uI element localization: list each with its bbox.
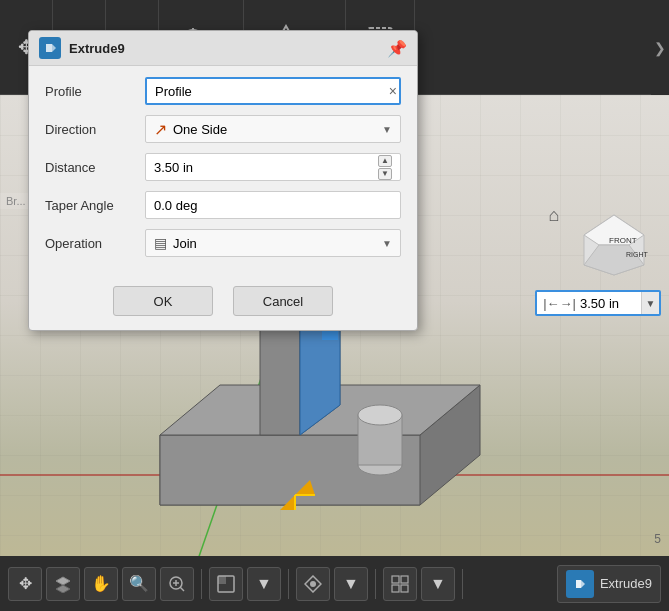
operation-label: Operation	[45, 236, 145, 251]
nav-cube[interactable]: FRONT RIGHT	[574, 205, 654, 285]
toolbar-divider-1	[201, 569, 202, 599]
svg-marker-44	[56, 577, 70, 585]
pan-button[interactable]: ✋	[84, 567, 118, 601]
pin-button[interactable]: 📌	[387, 39, 407, 58]
toolbar-divider-4	[462, 569, 463, 599]
display-button[interactable]: ▼	[247, 567, 281, 601]
direction-label: Direction	[45, 122, 145, 137]
svg-rect-55	[401, 576, 408, 583]
taper-angle-control: 0.0 deg	[145, 191, 401, 219]
cancel-button[interactable]: Cancel	[233, 286, 333, 316]
svg-rect-51	[218, 576, 226, 584]
operation-value: Join	[173, 236, 197, 251]
toolbar-expand-button[interactable]: ❯	[651, 0, 669, 95]
operation-row: Operation ▤ Join ▼	[45, 228, 401, 258]
dialog-header: Extrude9 📌	[29, 31, 417, 66]
breadcrumb: Br...	[0, 193, 32, 209]
toolbar-divider-2	[288, 569, 289, 599]
grid-button[interactable]	[383, 567, 417, 601]
svg-rect-56	[392, 585, 399, 592]
page-number: 5	[654, 532, 661, 546]
object-button[interactable]	[296, 567, 330, 601]
toolbar-divider-3	[375, 569, 376, 599]
layers-button[interactable]	[46, 567, 80, 601]
taper-angle-value-container: 0.0 deg	[145, 191, 401, 219]
dialog-icon	[39, 37, 61, 59]
svg-point-53	[310, 581, 316, 587]
svg-rect-59	[576, 580, 581, 588]
svg-text:RIGHT: RIGHT	[626, 251, 649, 258]
profile-control: ×	[145, 77, 401, 105]
taper-angle-value: 0.0 deg	[154, 198, 197, 213]
direction-row: Direction ↗ One Side ▼	[45, 114, 401, 144]
distance-up-button[interactable]: ▲	[378, 155, 392, 167]
svg-text:FRONT: FRONT	[609, 236, 637, 245]
direction-select[interactable]: ↗ One Side ▼	[145, 115, 401, 143]
viewport-distance-widget[interactable]: |←→| ▼	[535, 290, 661, 316]
snap-button[interactable]: ▼	[334, 567, 368, 601]
extrude-dialog: Extrude9 📌 Profile × Direction ↗ One Sid…	[28, 30, 418, 331]
svg-point-29	[358, 405, 402, 425]
distance-value-container: 3.50 in ▲ ▼	[145, 153, 401, 181]
direction-arrow: ▼	[382, 124, 392, 135]
svg-line-47	[180, 587, 184, 591]
svg-marker-45	[56, 585, 70, 593]
profile-row: Profile ×	[45, 76, 401, 106]
operation-arrow: ▼	[382, 238, 392, 249]
direction-value: One Side	[173, 122, 227, 137]
taper-angle-label: Taper Angle	[45, 198, 145, 213]
distance-down-button[interactable]: ▼	[378, 168, 392, 180]
svg-rect-54	[392, 576, 399, 583]
bottom-toolbar: ✥ ✋ 🔍 ▼ ▼ ▼ Extrude9	[0, 556, 669, 611]
direction-control[interactable]: ↗ One Side ▼	[145, 115, 401, 143]
dialog-title: Extrude9	[69, 41, 379, 56]
dialog-footer: OK Cancel	[29, 276, 417, 330]
distance-control: 3.50 in ▲ ▼	[145, 153, 401, 181]
active-tool-label: Extrude9	[600, 576, 652, 591]
distance-row: Distance 3.50 in ▲ ▼	[45, 152, 401, 182]
operation-select[interactable]: ▤ Join ▼	[145, 229, 401, 257]
move-button[interactable]: ✥	[8, 567, 42, 601]
view-button[interactable]	[209, 567, 243, 601]
profile-clear-button[interactable]: ×	[389, 84, 397, 98]
active-tool-icon	[566, 570, 594, 598]
grid-dropdown-button[interactable]: ▼	[421, 567, 455, 601]
profile-label: Profile	[45, 84, 145, 99]
svg-rect-42	[46, 44, 52, 52]
distance-steppers: ▲ ▼	[378, 155, 392, 180]
home-button[interactable]: ⌂	[542, 203, 566, 227]
zoom-button[interactable]	[160, 567, 194, 601]
zoom-search-button[interactable]: 🔍	[122, 567, 156, 601]
svg-rect-57	[401, 585, 408, 592]
active-tool-widget[interactable]: Extrude9	[557, 565, 661, 603]
operation-icon: ▤	[154, 235, 167, 251]
direction-icon: ↗	[154, 120, 167, 139]
ok-button[interactable]: OK	[113, 286, 213, 316]
viewport-distance-input[interactable]	[576, 294, 641, 313]
distance-value: 3.50 in	[154, 160, 193, 175]
operation-control[interactable]: ▤ Join ▼	[145, 229, 401, 257]
distance-dropdown-button[interactable]: ▼	[641, 290, 659, 316]
dialog-body: Profile × Direction ↗ One Side ▼ Distan	[29, 66, 417, 276]
taper-angle-row: Taper Angle 0.0 deg	[45, 190, 401, 220]
profile-input[interactable]	[145, 77, 401, 105]
distance-label: Distance	[45, 160, 145, 175]
